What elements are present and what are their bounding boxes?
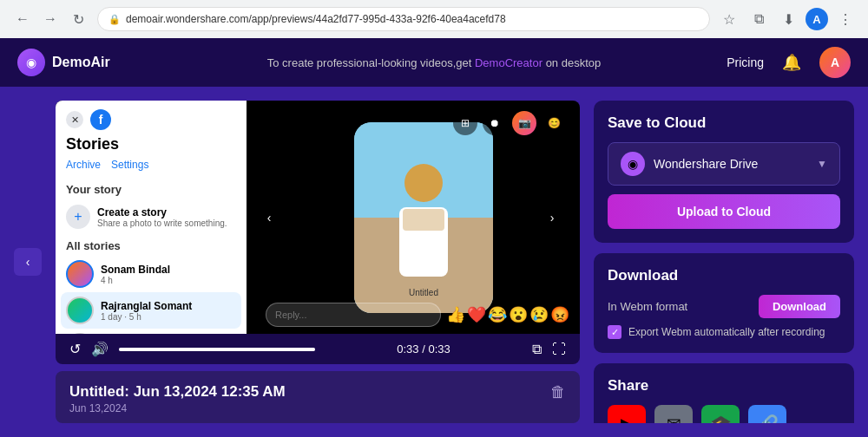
- fb-story-avatar-1: [66, 260, 94, 288]
- like-emoji[interactable]: 👍: [446, 305, 465, 324]
- fb-story-avatar-2: [66, 297, 94, 324]
- drive-icon: ◉: [621, 152, 645, 176]
- volume-button[interactable]: 🔊: [91, 341, 108, 357]
- video-info: Untitled: Jun 13,2024 12:35 AM Jun 13,20…: [56, 371, 580, 423]
- fb-close-button[interactable]: ✕: [66, 111, 83, 128]
- video-controls: ↺ 🔊 0:33 / 0:33 ⧉ ⛶: [56, 334, 580, 364]
- export-checkbox[interactable]: ✓: [608, 325, 621, 339]
- app-logo-text: DemoAir: [52, 55, 110, 70]
- forward-button[interactable]: →: [38, 7, 62, 31]
- camera-icon[interactable]: 📷: [512, 111, 536, 135]
- video-thumbnail: Untitled: [354, 122, 493, 313]
- svg-point-2: [404, 164, 443, 202]
- video-top-controls: ⊞ ⏺ 📷 😊: [453, 111, 566, 135]
- progress-bar[interactable]: [119, 348, 315, 351]
- promo-suffix: on desktop: [546, 56, 602, 69]
- grid-icon[interactable]: ⊞: [453, 111, 477, 135]
- main-content: ‹ ✕ f Stories Archive Settings Your stor…: [0, 87, 868, 437]
- export-row: ✓ Export Webm automatically after record…: [608, 325, 840, 339]
- download-title: Download: [608, 267, 840, 284]
- browser-chrome: ← → ↻ 🔒 demoair.wondershare.com/app/prev…: [0, 0, 868, 38]
- download-format: In Webm format: [608, 300, 687, 313]
- reply-input[interactable]: [266, 303, 441, 327]
- haha-emoji[interactable]: 😂: [488, 305, 507, 324]
- delete-button[interactable]: 🗑: [550, 383, 566, 401]
- replay-button[interactable]: ↺: [69, 341, 81, 357]
- wow-emoji[interactable]: 😮: [509, 305, 528, 324]
- fb-story-avatar-3: [66, 333, 94, 334]
- logo-area[interactable]: ◉ DemoAir: [17, 49, 110, 76]
- record-icon[interactable]: ⏺: [483, 111, 507, 135]
- reaction-emojis: 👍 ❤️ 😂 😮 😢 😡: [446, 305, 569, 324]
- fb-create-text-area: Create a story Share a photo to write so…: [97, 206, 227, 228]
- export-label: Export Webm automatically after recordin…: [628, 326, 825, 338]
- left-panel: ‹: [14, 101, 42, 423]
- upload-to-cloud-button[interactable]: Upload to Cloud: [608, 194, 840, 229]
- fb-story-name-1: Sonam Bindal: [101, 264, 170, 276]
- lock-icon: 🔒: [108, 14, 121, 25]
- back-button[interactable]: ←: [10, 7, 35, 31]
- reload-button[interactable]: ↻: [66, 7, 90, 31]
- share-title: Share: [608, 377, 840, 395]
- fb-story-info-2: Rajranglal Somant 1 day · 5 h: [101, 300, 192, 322]
- header-right: Pricing 🔔 A: [727, 47, 851, 78]
- share-icons: ▶ ✉ 🎓 🔗: [608, 405, 840, 423]
- menu-button[interactable]: ⋮: [833, 7, 858, 31]
- fb-all-stories-label: All stories: [56, 234, 247, 256]
- download-row: In Webm format Download: [608, 295, 840, 318]
- drive-name: Wondershare Drive: [654, 157, 808, 171]
- video-title-area: Untitled: Jun 13,2024 12:35 AM Jun 13,20…: [69, 383, 286, 414]
- angry-emoji[interactable]: 😡: [550, 305, 569, 324]
- fb-logo-icon: f: [90, 109, 111, 130]
- video-wrapper: ✕ f Stories Archive Settings Your story …: [56, 101, 580, 334]
- download-card: Download In Webm format Download ✓ Expor…: [594, 253, 854, 353]
- fb-story-time-2: 1 day · 5 h: [101, 312, 192, 322]
- heart-emoji[interactable]: ❤️: [467, 305, 486, 324]
- svg-text:Untitled: Untitled: [409, 288, 438, 297]
- fb-archive-link[interactable]: Archive: [66, 159, 101, 171]
- address-bar[interactable]: 🔒 demoair.wondershare.com/app/previews/4…: [97, 7, 710, 31]
- fb-story-item-3[interactable]: Sneha Kasut 1 day · 3 h: [56, 329, 247, 334]
- pricing-button[interactable]: Pricing: [727, 55, 764, 69]
- notifications-button[interactable]: 🔔: [778, 49, 806, 76]
- promo-text: To create professional-looking videos,ge…: [267, 56, 472, 69]
- extensions-button[interactable]: ⧉: [746, 7, 771, 31]
- download-button[interactable]: ⬇: [776, 7, 800, 31]
- collapse-button[interactable]: ‹: [14, 248, 42, 276]
- share-classroom-button[interactable]: 🎓: [701, 405, 740, 423]
- save-cloud-card: Save to Cloud ◉ Wondershare Drive ▼ Uplo…: [594, 101, 854, 243]
- time-display: 0:33 / 0:33: [326, 342, 522, 355]
- fb-story-time-1: 4 h: [101, 276, 170, 285]
- fb-header: ✕ f: [56, 101, 247, 135]
- browser-actions: ☆ ⧉ ⬇ A ⋮: [717, 7, 858, 31]
- fb-story-name-2: Rajranglal Somant: [101, 300, 192, 312]
- browser-nav-buttons: ← → ↻: [10, 7, 90, 31]
- browser-profile[interactable]: A: [806, 8, 828, 30]
- drive-select[interactable]: ◉ Wondershare Drive ▼: [608, 142, 840, 186]
- logo-icon: ◉: [17, 49, 45, 76]
- right-panel: Save to Cloud ◉ Wondershare Drive ▼ Uplo…: [594, 101, 854, 423]
- bookmark-button[interactable]: ☆: [717, 7, 741, 31]
- fb-story-item-2[interactable]: Rajranglal Somant 1 day · 5 h: [61, 292, 241, 329]
- user-avatar[interactable]: A: [819, 47, 851, 78]
- share-youtube-button[interactable]: ▶: [608, 405, 646, 423]
- pip-button[interactable]: ⧉: [532, 342, 542, 357]
- fullscreen-button[interactable]: ⛶: [552, 342, 566, 357]
- download-button[interactable]: Download: [759, 295, 840, 318]
- fb-your-story-label: Your story: [56, 178, 247, 199]
- fb-settings-link[interactable]: Settings: [111, 159, 148, 171]
- face-icon[interactable]: 😊: [542, 111, 566, 135]
- sad-emoji[interactable]: 😢: [529, 305, 549, 324]
- chevron-down-icon: ▼: [817, 158, 827, 170]
- fb-create-story[interactable]: + Create a story Share a photo to write …: [56, 199, 247, 234]
- svg-rect-4: [403, 209, 444, 231]
- reaction-bar: 👍 ❤️ 😂 😮 😢 😡: [255, 303, 580, 327]
- share-link-button[interactable]: 🔗: [748, 405, 786, 423]
- share-email-button[interactable]: ✉: [654, 405, 693, 423]
- fb-story-info-1: Sonam Bindal 4 h: [101, 264, 170, 285]
- next-arrow-button[interactable]: ›: [538, 204, 566, 232]
- header-promo: To create professional-looking videos,ge…: [267, 56, 601, 69]
- prev-arrow-button[interactable]: ‹: [255, 204, 283, 232]
- democreator-link[interactable]: DemoCreator: [475, 56, 542, 69]
- fb-story-item-1[interactable]: Sonam Bindal 4 h: [56, 256, 247, 292]
